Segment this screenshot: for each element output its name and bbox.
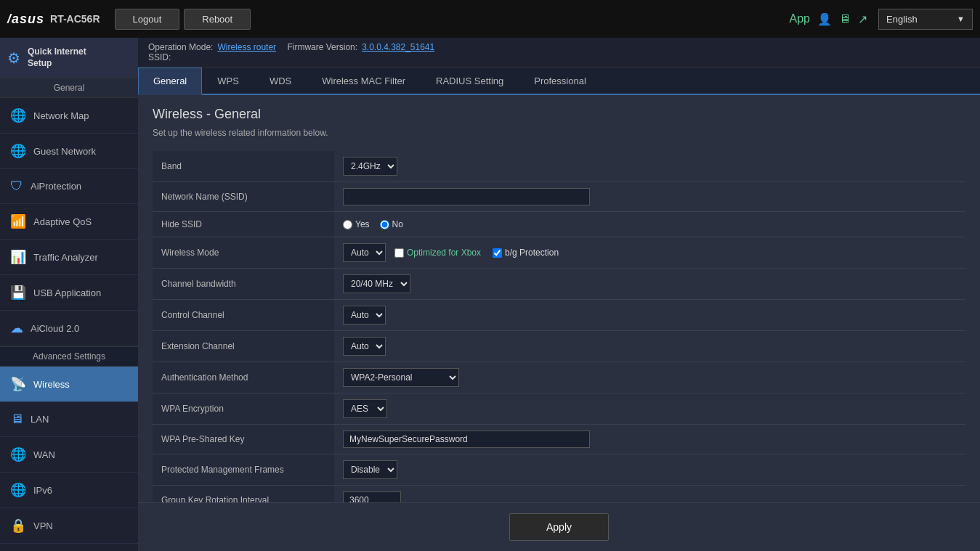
bg-protection-checkbox[interactable]	[493, 248, 502, 258]
optimized-xbox-checkbox[interactable]	[394, 248, 404, 258]
field-wpa-key: WPA Pre-Shared Key	[153, 425, 965, 454]
hide-ssid-no[interactable]: No	[380, 219, 403, 229]
value-group-key-interval	[334, 486, 965, 503]
quick-internet-setup[interactable]: ⚙ Quick Internet Setup	[0, 38, 138, 78]
info-bar: Operation Mode: Wireless router Firmware…	[138, 38, 980, 68]
settings-table: Band 2.4GHz 5GHz Network Name (SSID)	[153, 151, 965, 502]
wpa-key-input[interactable]	[343, 430, 590, 448]
label-ssid: Network Name (SSID)	[153, 182, 334, 212]
label-hide-ssid: Hide SSID	[153, 212, 334, 237]
traffic-analyzer-icon: 📊	[10, 249, 26, 265]
sidebar-item-label-wan: WAN	[33, 449, 55, 460]
field-group-key-interval: Group Key Rotation Interval	[153, 486, 965, 503]
sidebar-item-adaptive-qos[interactable]: 📶 Adaptive QoS	[0, 204, 138, 240]
bg-protection-text: b/g Protection	[505, 248, 559, 258]
field-band: Band 2.4GHz 5GHz	[153, 151, 965, 182]
bg-protection-label[interactable]: b/g Protection	[493, 248, 559, 258]
field-control-channel: Control Channel Auto	[153, 300, 965, 331]
operation-mode-value[interactable]: Wireless router	[217, 42, 276, 52]
label-wpa-encryption: WPA Encryption	[153, 393, 334, 425]
ssid-label: SSID:	[148, 52, 171, 62]
label-wpa-key: WPA Pre-Shared Key	[153, 425, 334, 454]
channel-bandwidth-select[interactable]: 20/40 MHz 20 MHz	[343, 274, 410, 293]
quick-setup-line2: Setup	[28, 58, 86, 70]
user-icon[interactable]: 👤	[817, 12, 832, 26]
sidebar-item-label-aicloud: AiCloud 2.0	[31, 323, 79, 334]
sidebar-item-wan[interactable]: 🌐 WAN	[0, 437, 138, 473]
optimized-xbox-label[interactable]: Optimized for Xbox	[394, 248, 481, 258]
control-channel-select[interactable]: Auto	[343, 306, 386, 325]
tab-wds[interactable]: WDS	[254, 68, 307, 95]
sidebar-item-network-map[interactable]: 🌐 Network Map	[0, 98, 138, 134]
aiprotection-icon: 🛡	[10, 179, 23, 194]
wpa-encryption-select[interactable]: AES TKIP	[343, 399, 387, 418]
quick-setup-line1: Quick Internet	[28, 46, 86, 58]
sidebar-item-label-network-map: Network Map	[33, 110, 89, 121]
share-icon[interactable]: ↗	[858, 12, 867, 26]
sidebar-item-label-wireless: Wireless	[33, 379, 70, 390]
sidebar-item-ipv6[interactable]: 🌐 IPv6	[0, 473, 138, 508]
wan-icon: 🌐	[10, 446, 26, 462]
vpn-icon: 🔒	[10, 518, 26, 534]
sidebar-item-lan[interactable]: 🖥 LAN	[0, 402, 138, 437]
tab-radius-setting[interactable]: RADIUS Setting	[421, 68, 519, 95]
panel-subtitle: Set up the wireless related information …	[153, 128, 965, 138]
sidebar-item-vpn[interactable]: 🔒 VPN	[0, 508, 138, 544]
sidebar-item-label-ipv6: IPv6	[33, 485, 52, 496]
tab-professional[interactable]: Professional	[519, 68, 602, 95]
pmf-select[interactable]: Disable Enable	[343, 460, 397, 479]
tab-wps[interactable]: WPS	[202, 68, 254, 95]
sidebar-item-aiprotection[interactable]: 🛡 AiProtection	[0, 169, 138, 204]
label-band: Band	[153, 151, 334, 182]
field-channel-bandwidth: Channel bandwidth 20/40 MHz 20 MHz	[153, 269, 965, 300]
sidebar-item-label-adaptive-qos: Adaptive QoS	[33, 216, 92, 227]
value-ssid	[334, 182, 965, 212]
firmware-value[interactable]: 3.0.0.4.382_51641	[362, 42, 434, 52]
sidebar-item-guest-network[interactable]: 🌐 Guest Network	[0, 134, 138, 169]
value-wireless-mode: Auto Optimized for Xbox b/g Protection	[334, 237, 965, 269]
group-key-interval-input[interactable]	[343, 491, 401, 502]
chevron-down-icon: ▼	[957, 15, 965, 23]
value-extension-channel: Auto	[334, 331, 965, 362]
apply-button[interactable]: Apply	[509, 513, 609, 541]
sidebar-item-label-guest-network: Guest Network	[33, 146, 96, 157]
sidebar-item-usb-application[interactable]: 💾 USB Application	[0, 275, 138, 311]
usb-application-icon: 💾	[10, 285, 26, 301]
network-map-icon: 🌐	[10, 107, 26, 123]
top-bar: /asus RT-AC56R Logout Reboot App 👤 🖥 ↗ E…	[0, 0, 980, 38]
ssid-input[interactable]	[343, 188, 590, 205]
hide-ssid-yes-radio[interactable]	[343, 220, 352, 229]
tab-general[interactable]: General	[138, 68, 202, 95]
content-area: Operation Mode: Wireless router Firmware…	[138, 38, 980, 551]
hide-ssid-no-radio[interactable]	[380, 220, 389, 229]
band-select[interactable]: 2.4GHz 5GHz	[343, 157, 397, 176]
tab-wireless-mac-filter[interactable]: Wireless MAC Filter	[307, 68, 421, 95]
label-channel-bandwidth: Channel bandwidth	[153, 269, 334, 300]
sidebar-item-wireless[interactable]: 📡 Wireless	[0, 367, 138, 402]
panel: Wireless - General Set up the wireless r…	[138, 95, 980, 502]
tabs-row: General WPS WDS Wireless MAC Filter RADI…	[138, 68, 980, 95]
auth-method-select[interactable]: WPA2-Personal Open System WPA-Personal	[343, 368, 459, 387]
label-wireless-mode: Wireless Mode	[153, 237, 334, 269]
sidebar: ⚙ Quick Internet Setup General 🌐 Network…	[0, 38, 138, 551]
field-wpa-encryption: WPA Encryption AES TKIP	[153, 393, 965, 425]
extension-channel-select[interactable]: Auto	[343, 337, 386, 356]
general-section-label: General	[0, 78, 138, 98]
sidebar-item-label-lan: LAN	[31, 414, 49, 425]
field-auth-method: Authentication Method WPA2-Personal Open…	[153, 362, 965, 393]
language-label: English	[886, 14, 918, 25]
value-wpa-key	[334, 425, 965, 454]
app-label[interactable]: App	[790, 12, 810, 25]
hide-ssid-yes[interactable]: Yes	[343, 219, 370, 229]
value-control-channel: Auto	[334, 300, 965, 331]
language-selector[interactable]: English ▼	[878, 9, 973, 30]
wireless-mode-select[interactable]: Auto	[343, 243, 386, 262]
aicloud-icon: ☁	[10, 320, 23, 336]
reboot-button[interactable]: Reboot	[184, 9, 251, 30]
sidebar-item-label-vpn: VPN	[33, 521, 53, 531]
monitor-icon[interactable]: 🖥	[839, 12, 851, 25]
sidebar-item-traffic-analyzer[interactable]: 📊 Traffic Analyzer	[0, 240, 138, 275]
sidebar-item-aicloud[interactable]: ☁ AiCloud 2.0	[0, 311, 138, 346]
label-extension-channel: Extension Channel	[153, 331, 334, 362]
logout-button[interactable]: Logout	[115, 9, 180, 30]
